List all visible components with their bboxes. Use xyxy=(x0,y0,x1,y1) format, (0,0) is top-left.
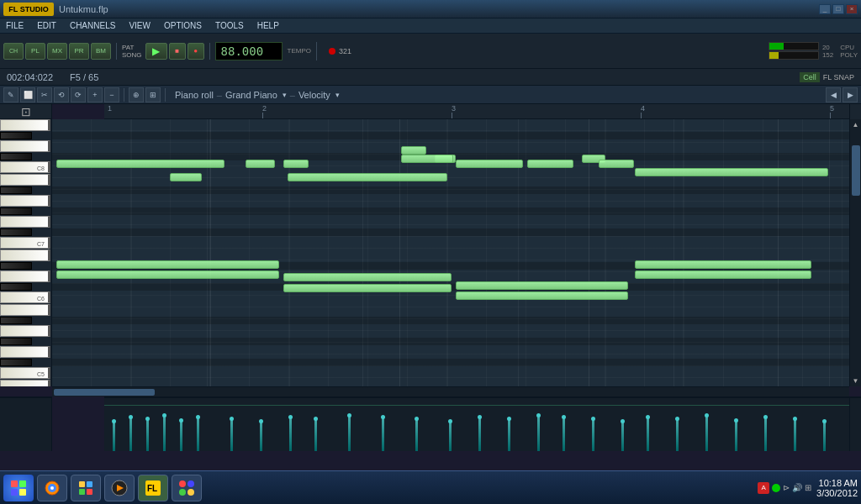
piano-white-key[interactable] xyxy=(0,216,50,228)
piano-white-key[interactable] xyxy=(0,195,50,207)
midi-note[interactable] xyxy=(456,291,628,300)
piano-white-key[interactable] xyxy=(0,304,50,316)
piano-white-key[interactable] xyxy=(0,346,50,358)
tool-undo[interactable]: ⟲ xyxy=(54,87,69,102)
channel-btn-5[interactable]: BM xyxy=(91,43,111,60)
velocity-bar xyxy=(705,416,708,451)
midi-note[interactable] xyxy=(56,160,224,168)
play-button[interactable]: ▶ xyxy=(145,43,167,60)
piano-white-key[interactable] xyxy=(0,325,50,337)
tool-erase[interactable]: ✂ xyxy=(37,87,52,102)
horizontal-scrollbar[interactable] xyxy=(52,386,849,396)
midi-note[interactable] xyxy=(527,160,573,168)
midi-note[interactable] xyxy=(288,173,447,181)
midi-note[interactable] xyxy=(401,146,426,155)
scroll-up-arrow[interactable]: ▲ xyxy=(853,121,859,129)
midi-note[interactable] xyxy=(635,168,828,176)
tool-zoom-out[interactable]: − xyxy=(104,87,119,102)
windows-start-button[interactable] xyxy=(3,475,34,501)
taskbar-fl-studio[interactable]: FL xyxy=(138,475,168,501)
piano-white-key[interactable] xyxy=(0,249,50,261)
menu-tools[interactable]: TOOLS xyxy=(213,21,246,30)
velocity-bar xyxy=(794,419,796,451)
vertical-scrollbar[interactable]: ▲ ▼ xyxy=(849,119,861,386)
piano-white-key[interactable]: C5 xyxy=(0,367,50,379)
minimize-button[interactable]: _ xyxy=(819,4,831,14)
piano-black-key[interactable] xyxy=(0,228,32,236)
taskbar-media-player[interactable] xyxy=(104,475,135,501)
menu-options[interactable]: OPTIONS xyxy=(161,21,204,30)
vscroll-thumb[interactable] xyxy=(852,145,860,196)
piano-black-key[interactable] xyxy=(0,338,32,345)
hscroll-thumb[interactable] xyxy=(54,389,155,396)
midi-note[interactable] xyxy=(599,160,634,168)
mode-dropdown-arrow[interactable]: ▾ xyxy=(335,91,340,99)
nav-left[interactable]: ◀ xyxy=(826,87,841,102)
piano-black-key[interactable] xyxy=(0,262,32,270)
taskbar-paint[interactable] xyxy=(172,475,202,501)
piano-white-key[interactable] xyxy=(0,270,50,282)
piano-black-key[interactable] xyxy=(0,186,32,194)
midi-note[interactable] xyxy=(56,270,279,279)
tool-magnet[interactable]: ⊕ xyxy=(129,87,144,102)
menu-view[interactable]: VIEW xyxy=(126,21,153,30)
channel-btn-3[interactable]: MX xyxy=(47,43,67,60)
piano-white-key[interactable]: C6 xyxy=(0,291,50,303)
menu-edit[interactable]: EDIT xyxy=(34,21,59,30)
menu-channels[interactable]: CHANNELS xyxy=(67,21,118,30)
breadcrumb-instrument[interactable]: Grand Piano xyxy=(225,90,277,100)
midi-note[interactable] xyxy=(56,260,279,269)
piano-white-key[interactable]: C8 xyxy=(0,161,50,173)
piano-black-key[interactable] xyxy=(0,317,32,324)
channel-btn-2[interactable]: PL xyxy=(25,43,45,60)
stop-button[interactable]: ■ xyxy=(169,43,186,60)
tool-quantize[interactable]: ⊞ xyxy=(145,87,161,102)
scroll-down-arrow[interactable]: ▼ xyxy=(853,377,859,385)
channel-btn-4[interactable]: PR xyxy=(69,43,89,60)
menu-help[interactable]: HELP xyxy=(255,21,282,30)
close-button[interactable]: × xyxy=(846,4,858,14)
midi-note[interactable] xyxy=(635,270,811,279)
corner-box: ⊡ xyxy=(0,104,52,119)
channel-btn-1[interactable]: CH xyxy=(3,43,24,60)
velocity-dot xyxy=(562,415,566,419)
midi-note[interactable] xyxy=(456,281,628,290)
piano-black-key[interactable] xyxy=(0,153,32,160)
taskbar-explorer[interactable] xyxy=(71,475,101,501)
maximize-button[interactable]: □ xyxy=(832,4,844,14)
piano-white-key[interactable] xyxy=(0,380,50,386)
midi-note[interactable] xyxy=(170,173,202,181)
midi-note[interactable] xyxy=(246,160,275,168)
notes-grid[interactable] xyxy=(52,119,861,386)
piano-white-key[interactable] xyxy=(0,119,50,131)
tool-redo[interactable]: ⟳ xyxy=(71,87,86,102)
midi-note[interactable] xyxy=(456,160,523,168)
tray-volume-icon[interactable]: 🔊 xyxy=(792,483,802,492)
corner-icon: ⊡ xyxy=(21,105,31,118)
instrument-dropdown-arrow[interactable]: ▾ xyxy=(283,91,287,99)
tool-select[interactable]: ✎ xyxy=(3,87,18,102)
piano-white-key[interactable] xyxy=(0,140,50,152)
menu-file[interactable]: FILE xyxy=(3,21,26,30)
midi-note[interactable] xyxy=(283,160,309,168)
midi-note[interactable] xyxy=(283,284,452,292)
velocity-dot xyxy=(621,419,625,423)
midi-note[interactable] xyxy=(635,260,811,269)
tool-zoom-in[interactable]: + xyxy=(87,87,103,102)
tool-draw[interactable]: ⬜ xyxy=(20,87,35,102)
nav-right[interactable]: ▶ xyxy=(843,87,858,102)
breadcrumb-pianoroll[interactable]: Piano roll xyxy=(175,90,214,100)
midi-note[interactable] xyxy=(283,273,452,281)
piano-black-key[interactable] xyxy=(0,132,32,139)
taskbar-firefox[interactable] xyxy=(37,475,67,501)
breadcrumb-mode[interactable]: Velocity xyxy=(298,90,330,100)
window-controls[interactable]: _ □ × xyxy=(819,4,858,14)
piano-black-key[interactable] xyxy=(0,359,32,366)
record-button[interactable]: ● xyxy=(188,43,204,60)
playback-section: PAT SONG ▶ ■ ● xyxy=(122,43,210,60)
piano-black-key[interactable] xyxy=(0,283,32,291)
piano-white-key[interactable]: C7 xyxy=(0,237,50,249)
midi-note[interactable] xyxy=(401,155,453,163)
piano-white-key[interactable] xyxy=(0,174,50,186)
piano-black-key[interactable] xyxy=(0,207,32,215)
